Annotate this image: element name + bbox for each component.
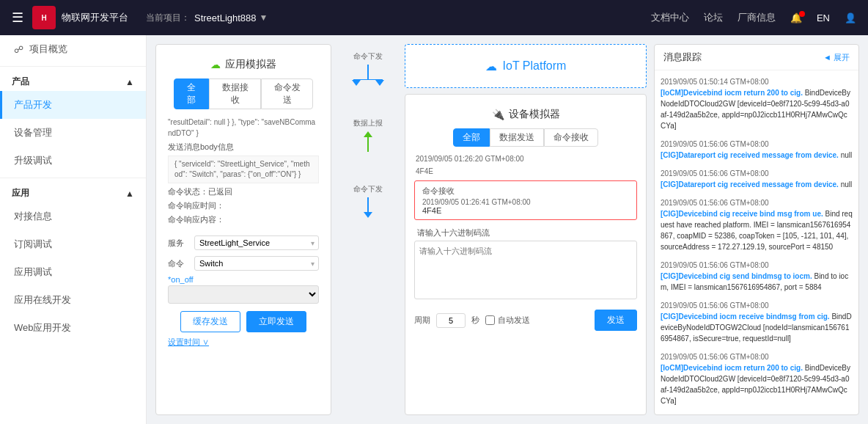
sidebar-item-subscribe-debug[interactable]: 订阅调试 [0,230,146,258]
device-tab-data-send[interactable]: 数据发送 [490,128,544,147]
nav-forum[interactable]: 论坛 [704,11,723,24]
hex-area: 请输入十六进制码流 [414,227,637,301]
hex-label: 请输入十六进制码流 [414,227,637,238]
sidebar-item-device-mgmt[interactable]: 设备管理 [0,119,146,147]
tab-cmd-send[interactable]: 命令发送 [261,78,313,109]
auto-send-check: 自动发送 [485,315,530,326]
top-navigation: ☰ H 物联网开发平台 当前项目： StreetLight888 ▼ 文档中心 … [0,0,868,35]
auto-send-label[interactable]: 自动发送 [498,315,530,326]
command-row: 命令 Switch [162,253,325,274]
sidebar-section-product[interactable]: 产品 ▲ [0,70,146,91]
content-area: ☁ 应用模拟器 全部 数据接收 命令发送 "resultDetail": nul… [147,35,868,424]
sidebar-item-web-app-dev[interactable]: Web应用开发 [0,314,146,342]
log-time: 2019/09/05 01:56:06 GTM+08:00 [661,300,853,311]
save-send-button[interactable]: 缓存发送 [180,311,240,332]
command-select[interactable]: Switch [194,256,319,271]
app-chevron-icon: ▲ [125,189,134,199]
iot-platform-box: ☁ IoT Platform [405,44,647,88]
result-text: "resultDetail": null } }, "type": "saveN… [162,115,325,140]
action-buttons: 缓存发送 立即发送 [162,307,325,337]
message-log-panel: 消息跟踪 ◄ 展开 2019/09/05 01:50:14 GTM+08:00 … [654,44,859,415]
arrow-down-icon [352,80,361,86]
hex-input[interactable] [414,241,637,299]
notification-icon[interactable]: 🔔 [790,12,802,23]
main-layout: ☍ 项目概览 产品 ▲ 产品开发 设备管理 升级调试 应用 ▲ 对接信息 订阅调… [0,35,868,424]
log-text: [CIG]Datareport cig received message fro… [661,179,853,190]
log-text: [CIG]Datareport cig received message fro… [661,150,853,161]
app-simulator-panel: ☁ 应用模拟器 全部 数据接收 命令发送 "resultDetail": nul… [155,44,331,415]
iot-platform-icon: ☁ [485,59,497,73]
service-label: 服务 [168,238,188,249]
sidebar-item-overview[interactable]: ☍ 项目概览 [0,35,146,63]
cycle-input[interactable] [436,313,466,328]
arrow-down-icon3 [364,212,372,218]
user-icon[interactable]: 👤 [845,12,856,23]
log-highlight: [CIG]Devicebind iocm receive bindmsg fro… [661,312,830,321]
product-section-label: 产品 [12,76,29,88]
log-text: [CIG]Devicebind cig send bindmsg to iocm… [661,271,853,293]
cycle-unit: 秒 [471,315,479,326]
arrow-down-icon2 [375,80,384,86]
device-simulator-panel: 🔌 设备模拟器 全部 数据发送 命令接收 2019/09/05 01:26:20… [405,94,647,415]
tab-data-receive[interactable]: 数据接收 [209,78,261,109]
device-tab-all[interactable]: 全部 [453,128,490,147]
cmd-received-box: 命令接收 2019/09/05 01:26:41 GTM+08:00 4F4E [414,180,637,220]
send-now-button[interactable]: 立即发送 [246,311,306,332]
nav-docs[interactable]: 文档中心 [651,11,689,24]
service-select-wrapper: StreetLight_Service [194,235,319,250]
sidebar-section-app[interactable]: 应用 ▲ [0,181,146,202]
send-row: 周期 秒 自动发送 发送 [411,305,640,335]
on-off-select[interactable] [168,285,319,304]
cmd-received-data: 4F4E [422,206,629,215]
log-entry: 2019/09/05 01:50:14 GTM+08:00 [IoCM]Devi… [661,76,853,131]
tab-all[interactable]: 全部 [174,78,209,109]
logo-area: H 物联网开发平台 [32,6,128,29]
service-select[interactable]: StreetLight_Service [194,235,319,250]
log-entry: 2019/09/05 01:56:06 GTM+08:00 [IoCM]Devi… [661,351,853,406]
cmd-received-time: 2019/09/05 01:26:41 GTM+08:00 [422,198,629,206]
log-entry: 2019/09/05 01:56:06 GTM+08:00 [CIG]Devic… [661,197,853,252]
app-simulator-tabs: 全部 数据接收 命令发送 [162,78,325,115]
cycle-label: 周期 [414,315,430,326]
iot-area: ☁ IoT Platform 🔌 设备模拟器 全部 数据发送 命令接收 2019… [405,44,647,415]
app-online-dev-label: 应用在线开发 [14,293,71,307]
on-off-label: *on_off [162,274,325,285]
project-label: 当前项目： [146,12,190,24]
sidebar-item-upgrade-debug[interactable]: 升级调试 [0,147,146,175]
cmd-down-label-top: 命令下发 [353,51,383,62]
upgrade-debug-label: 升级调试 [14,154,52,167]
app-simulator-title: ☁ 应用模拟器 [162,51,325,78]
sidebar-item-product-dev[interactable]: 产品开发 [0,91,146,119]
log-text: [IoCM]Devicebind iocm return 200 to cig.… [661,87,853,131]
message-log-header: 消息跟踪 ◄ 展开 [655,45,858,70]
sidebar-item-connection[interactable]: 对接信息 [0,202,146,230]
app-debug-label: 应用调试 [14,266,52,279]
arrow-up-icon [364,131,372,137]
device-send-button[interactable]: 发送 [595,310,637,331]
logo-text: 物联网开发平台 [62,11,128,24]
log-time: 2019/09/05 01:56:06 GTM+08:00 [661,351,853,362]
set-time-link[interactable]: 设置时间 ∨ [162,337,325,348]
subscribe-debug-label: 订阅调试 [14,238,52,251]
overview-icon: ☍ [14,44,23,55]
product-dev-label: 产品开发 [14,98,52,112]
command-select-wrapper: Switch [194,256,319,271]
sidebar-item-app-online-dev[interactable]: 应用在线开发 [0,286,146,314]
service-row: 服务 StreetLight_Service [162,233,325,253]
sidebar-item-app-debug[interactable]: 应用调试 [0,258,146,286]
language-switch[interactable]: EN [817,12,830,23]
device-tab-cmd-receive[interactable]: 命令接收 [544,128,598,147]
expand-button[interactable]: ◄ 展开 [823,52,850,63]
nav-vendor[interactable]: 厂商信息 [738,11,776,24]
log-time: 2019/09/05 01:56:06 GTM+08:00 [661,168,853,179]
device-data-time: 2019/09/05 01:26:20 GTM+08:00 [411,153,640,165]
right-nav: 文档中心 论坛 厂商信息 🔔 EN 👤 [651,11,856,24]
device-simulator-title: 🔌 设备模拟器 [411,100,640,128]
device-mgmt-label: 设备管理 [14,126,52,139]
send-info-text: { "serviceId": "StreetLight_Service", "m… [168,156,319,183]
auto-send-checkbox[interactable] [485,315,495,325]
arrow-line-down2 [367,197,369,212]
log-time: 2019/09/05 01:56:06 GTM+08:00 [661,260,853,271]
menu-icon[interactable]: ☰ [12,10,23,26]
chevron-down-icon[interactable]: ▼ [260,12,268,23]
